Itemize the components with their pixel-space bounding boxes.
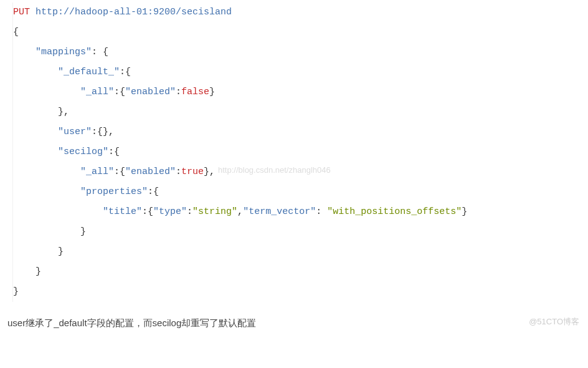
code-line: "_all":{"enabled":true}, (12, 162, 588, 182)
code-line: "secilog":{ (12, 142, 588, 162)
code-line: } (12, 242, 588, 262)
code-line: PUT http://hadoop-all-01:9200/secisland (12, 2, 588, 22)
code-line: } (12, 222, 588, 242)
code-line: }, (12, 102, 588, 122)
code-line: { (12, 22, 588, 42)
description-text: user继承了_default字段的配置，而secilog却重写了默认配置 (0, 302, 588, 333)
code-line: "_all":{"enabled":false} (12, 82, 588, 102)
code-line: } (12, 262, 588, 282)
code-block: http://blog.csdn.net/zhanglh046 PUT http… (0, 0, 588, 302)
http-method: PUT (13, 7, 30, 17)
code-line: "title":{"type":"string","term_vector": … (12, 202, 588, 222)
code-line: "properties":{ (12, 182, 588, 202)
code-line: "user":{}, (12, 122, 588, 142)
code-line: "_default_":{ (12, 62, 588, 82)
code-line: "mappings": { (12, 42, 588, 62)
code-line: } (12, 282, 588, 302)
http-url: http://hadoop-all-01:9200/secisland (36, 7, 232, 17)
